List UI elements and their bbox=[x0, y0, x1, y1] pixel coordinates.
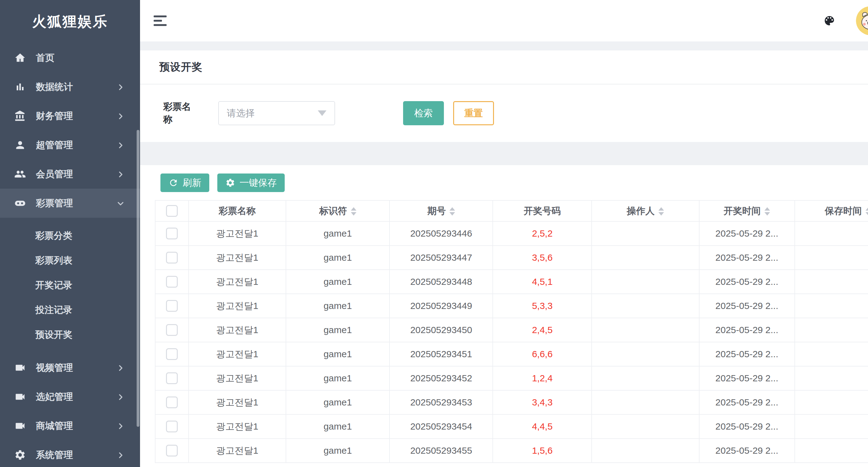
user-avatar[interactable] bbox=[856, 6, 868, 35]
column-header-issue[interactable]: 期号 bbox=[390, 200, 493, 222]
sort-icon[interactable] bbox=[351, 207, 356, 215]
cell-issue: 202505293453 bbox=[390, 390, 493, 414]
row-checkbox[interactable] bbox=[166, 228, 178, 239]
cell-name: 광고전달1 bbox=[189, 222, 286, 245]
cell-name: 광고전달1 bbox=[189, 366, 286, 390]
row-checkbox[interactable] bbox=[166, 397, 178, 408]
chevron-down-icon bbox=[117, 199, 125, 207]
table-card: 刷新 一键保存 彩票名称标识符期号开奖号码操作人开奖时间保存时间操作 광고전달1… bbox=[140, 165, 868, 467]
sidebar-item-finance[interactable]: 财务管理 bbox=[0, 101, 140, 130]
sidebar-subitem-preset-draw[interactable]: 预设开奖 bbox=[0, 322, 140, 347]
sidebar-item-label: 视频管理 bbox=[36, 361, 73, 374]
lottery-name-select[interactable]: 请选择 bbox=[218, 101, 335, 125]
sort-icon[interactable] bbox=[658, 207, 664, 215]
cell-issue: 202505293452 bbox=[390, 366, 493, 390]
sort-icon[interactable] bbox=[866, 207, 868, 215]
cell-operator bbox=[592, 245, 699, 270]
cell-code: game1 bbox=[286, 342, 390, 366]
cell-save_time bbox=[795, 222, 868, 245]
table-row: 광고전달1game12025052934544,4,52025-05-29 2.… bbox=[155, 414, 868, 439]
sidebar-item-video[interactable]: 视频管理 bbox=[0, 353, 140, 382]
cell-draw_time: 2025-05-29 2... bbox=[699, 294, 795, 318]
table-row: 광고전달1game12025052934533,4,32025-05-29 2.… bbox=[155, 390, 868, 414]
save-all-button[interactable]: 一键保存 bbox=[217, 174, 285, 192]
sidebar: 火狐狸娱乐 首页数据统计财务管理超管管理会员管理彩票管理彩票分类彩票列表开奖记录… bbox=[0, 0, 140, 467]
cell-numbers: 4,5,1 bbox=[493, 270, 592, 294]
sidebar-subitem-lottery-list[interactable]: 彩票列表 bbox=[0, 248, 140, 273]
row-checkbox[interactable] bbox=[166, 276, 178, 288]
row-checkbox[interactable] bbox=[166, 420, 178, 432]
row-checkbox-cell bbox=[155, 318, 189, 342]
chevron-right-icon bbox=[117, 112, 125, 120]
sidebar-item-label: 超管管理 bbox=[36, 139, 73, 151]
sidebar-item-label: 数据统计 bbox=[36, 81, 73, 93]
row-checkbox[interactable] bbox=[166, 252, 178, 263]
sidebar-item-label: 首页 bbox=[36, 52, 54, 64]
gamepad-icon bbox=[14, 197, 26, 209]
search-button[interactable]: 检索 bbox=[403, 101, 444, 125]
column-header-code[interactable]: 标识符 bbox=[286, 200, 390, 222]
row-checkbox[interactable] bbox=[166, 372, 178, 384]
cell-issue: 202505293455 bbox=[390, 439, 493, 463]
sidebar-item-lottery[interactable]: 彩票管理 bbox=[0, 189, 140, 218]
chevron-right-icon bbox=[117, 451, 125, 459]
theme-palette-icon[interactable] bbox=[823, 14, 836, 27]
sidebar-item-mall[interactable]: 商城管理 bbox=[0, 411, 140, 440]
sidebar-item-label: 财务管理 bbox=[36, 110, 73, 122]
table-row: 광고전달1game12025052934462,5,22025-05-29 2.… bbox=[155, 222, 868, 245]
cell-name: 광고전달1 bbox=[189, 245, 286, 270]
spacer bbox=[140, 142, 868, 165]
row-checkbox[interactable] bbox=[166, 445, 178, 457]
column-header-save_time[interactable]: 保存时间 bbox=[795, 200, 868, 222]
sidebar-item-system[interactable]: 系统管理 bbox=[0, 440, 140, 467]
row-checkbox-cell bbox=[155, 294, 189, 318]
cell-name: 광고전달1 bbox=[189, 270, 286, 294]
refresh-button[interactable]: 刷新 bbox=[160, 174, 209, 192]
cell-issue: 202505293448 bbox=[390, 270, 493, 294]
lottery-name-label: 彩票名称 bbox=[163, 100, 192, 126]
table-row: 광고전달1game12025052934502,4,52025-05-29 2.… bbox=[155, 318, 868, 342]
row-checkbox[interactable] bbox=[166, 300, 178, 312]
sidebar-item-super-admin[interactable]: 超管管理 bbox=[0, 130, 140, 159]
column-header-draw_time[interactable]: 开奖时间 bbox=[699, 200, 795, 222]
column-header-numbers: 开奖号码 bbox=[493, 200, 592, 222]
column-header-operator[interactable]: 操作人 bbox=[592, 200, 699, 222]
sort-icon[interactable] bbox=[450, 207, 455, 215]
main-area: admin【超级管理员】 预设开奖 彩票名称 请选择 检索 重置 刷新 bbox=[140, 0, 868, 467]
filter-bar: 彩票名称 请选择 检索 重置 bbox=[140, 84, 868, 142]
cell-numbers: 4,4,5 bbox=[493, 414, 592, 439]
cell-name: 광고전달1 bbox=[189, 318, 286, 342]
row-checkbox[interactable] bbox=[166, 324, 178, 336]
cell-numbers: 2,4,5 bbox=[493, 318, 592, 342]
cell-save_time bbox=[795, 342, 868, 366]
sidebar-item-home[interactable]: 首页 bbox=[0, 43, 140, 72]
cell-draw_time: 2025-05-29 2... bbox=[699, 342, 795, 366]
row-checkbox[interactable] bbox=[166, 348, 178, 360]
table-row: 광고전달1game12025052934521,2,42025-05-29 2.… bbox=[155, 366, 868, 390]
sidebar-item-data-stats[interactable]: 数据统计 bbox=[0, 72, 140, 101]
users-icon bbox=[14, 168, 26, 180]
sidebar-scrollbar[interactable] bbox=[136, 130, 140, 427]
sidebar-item-concubine[interactable]: 选妃管理 bbox=[0, 382, 140, 411]
cell-code: game1 bbox=[286, 222, 390, 245]
sidebar-item-member[interactable]: 会员管理 bbox=[0, 159, 140, 189]
sidebar-subitem-lottery-category[interactable]: 彩票分类 bbox=[0, 223, 140, 248]
cell-operator bbox=[592, 414, 699, 439]
sidebar-subitem-draw-records[interactable]: 开奖记录 bbox=[0, 273, 140, 297]
menu-toggle-button[interactable] bbox=[151, 13, 169, 28]
sort-icon[interactable] bbox=[765, 207, 770, 215]
sidebar-item-label: 会员管理 bbox=[36, 168, 73, 181]
topbar: admin【超级管理员】 bbox=[140, 0, 868, 41]
cell-draw_time: 2025-05-29 2... bbox=[699, 270, 795, 294]
cell-name: 광고전달1 bbox=[189, 342, 286, 366]
cell-numbers: 3,4,3 bbox=[493, 390, 592, 414]
reset-button[interactable]: 重置 bbox=[453, 101, 494, 125]
cell-code: game1 bbox=[286, 318, 390, 342]
cell-numbers: 6,6,6 bbox=[493, 342, 592, 366]
sidebar-subitem-bet-records[interactable]: 投注记录 bbox=[0, 297, 140, 322]
select-all-checkbox[interactable] bbox=[166, 205, 178, 217]
cell-code: game1 bbox=[286, 390, 390, 414]
cell-operator bbox=[592, 439, 699, 463]
app-logo: 火狐狸娱乐 bbox=[0, 0, 140, 43]
cell-code: game1 bbox=[286, 270, 390, 294]
